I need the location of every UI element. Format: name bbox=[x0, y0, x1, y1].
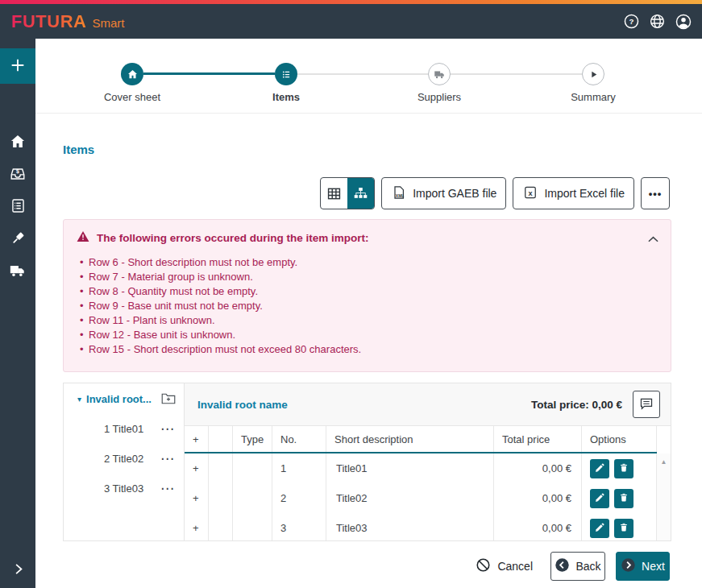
step-label: Cover sheet bbox=[84, 91, 181, 103]
column-header-type: Type bbox=[233, 426, 272, 452]
column-header bbox=[209, 426, 233, 452]
cell-total-price: 0,00 € bbox=[494, 483, 582, 513]
add-row-button[interactable]: + bbox=[185, 483, 209, 513]
sidebar-inbox-dollar-icon[interactable]: $ bbox=[0, 165, 35, 183]
view-toggle bbox=[320, 177, 375, 209]
next-label: Next bbox=[642, 560, 665, 573]
svg-text:?: ? bbox=[629, 17, 634, 26]
import-excel-label: Import Excel file bbox=[544, 187, 625, 200]
sidebar-clipboard-list-icon[interactable] bbox=[0, 197, 35, 214]
comment-button[interactable] bbox=[633, 391, 660, 418]
column-header-options: Options bbox=[582, 426, 657, 452]
cell-total-price: 0,00 € bbox=[494, 453, 582, 483]
error-item: Row 15 - Short description must not exce… bbox=[89, 344, 671, 355]
add-folder-icon[interactable] bbox=[161, 392, 176, 405]
tree-root-row: ▾ Invalid root... bbox=[64, 383, 184, 414]
column-header-short-description: Short description bbox=[326, 426, 494, 452]
trash-icon bbox=[619, 522, 629, 535]
error-item: Row 11 - Plant is unknown. bbox=[89, 315, 671, 326]
trash-icon bbox=[619, 492, 629, 505]
cell-short-description: Title01 bbox=[326, 453, 494, 483]
sidebar-expand-chevron-icon[interactable] bbox=[0, 561, 35, 577]
step-truck-icon bbox=[428, 63, 451, 85]
items-section: ▾ Invalid root... 1 Title01 ⋯ 2 Title02 … bbox=[63, 383, 671, 541]
tree-item-label[interactable]: 2 Title02 bbox=[104, 453, 143, 465]
tree-root-label[interactable]: Invalid root... bbox=[86, 393, 152, 405]
caret-down-icon[interactable]: ▾ bbox=[77, 395, 81, 404]
sidebar-home-icon[interactable] bbox=[0, 133, 35, 151]
tree-view-icon[interactable] bbox=[347, 178, 374, 209]
page-title: Items bbox=[63, 143, 94, 156]
sidebar-gavel-icon[interactable] bbox=[0, 230, 35, 246]
step-play-icon bbox=[582, 63, 604, 85]
items-toolbar: XML Import GAEB file x Import Excel file… bbox=[320, 177, 670, 209]
import-error-panel: The following errors occured during the … bbox=[63, 219, 671, 372]
cell-options bbox=[582, 453, 657, 483]
step-items[interactable]: Items bbox=[238, 63, 334, 103]
step-summary[interactable]: Summary bbox=[545, 63, 642, 103]
ellipsis-icon: ••• bbox=[649, 188, 663, 200]
language-globe-icon[interactable] bbox=[649, 13, 666, 30]
step-label: Suppliers bbox=[391, 91, 488, 103]
step-suppliers[interactable]: Suppliers bbox=[391, 63, 488, 103]
delete-button[interactable] bbox=[614, 519, 633, 538]
tree-item-label[interactable]: 1 Title01 bbox=[104, 423, 143, 435]
table-title-band: Invalid root name Total price: 0,00 € bbox=[185, 383, 671, 426]
cell-total-price: 0,00 € bbox=[494, 513, 582, 541]
grid-view-icon[interactable] bbox=[321, 178, 347, 209]
back-button[interactable]: Back bbox=[550, 552, 605, 581]
cell-no: 1 bbox=[272, 453, 326, 483]
delete-button[interactable] bbox=[614, 459, 633, 478]
help-icon[interactable]: ? bbox=[623, 13, 640, 30]
xml-file-icon: XML bbox=[391, 184, 407, 203]
chevron-up-icon[interactable] bbox=[648, 234, 658, 242]
sidebar-truck-icon[interactable] bbox=[0, 262, 35, 280]
add-row-header-button[interactable]: + bbox=[185, 426, 209, 452]
account-icon[interactable] bbox=[675, 13, 692, 31]
import-gaeb-label: Import GAEB file bbox=[413, 187, 496, 200]
sidebar-add-button[interactable] bbox=[0, 48, 35, 84]
arrow-right-circle-icon bbox=[621, 557, 636, 575]
delete-button[interactable] bbox=[614, 489, 633, 508]
cancel-button[interactable]: Cancel bbox=[476, 557, 533, 575]
error-item: Row 8 - Quantity must not be empty. bbox=[89, 286, 671, 297]
table-header-row: + Type No. Short description Total price… bbox=[185, 426, 657, 453]
item-menu-icon[interactable]: ⋯ bbox=[160, 455, 174, 463]
total-price-label: Total price: 0,00 € bbox=[531, 399, 622, 411]
error-list: Row 6 - Short description must not be em… bbox=[64, 257, 671, 355]
column-header-total-price: Total price bbox=[494, 426, 582, 452]
cancel-label: Cancel bbox=[497, 560, 533, 573]
table-row: + 2 Title02 0,00 € bbox=[185, 483, 657, 513]
error-item: Row 7 - Material group is unknown. bbox=[89, 271, 671, 283]
table-scrollbar[interactable]: ▲ bbox=[657, 453, 671, 540]
cancel-icon bbox=[476, 557, 491, 575]
item-menu-icon[interactable]: ⋯ bbox=[160, 485, 174, 493]
pencil-icon bbox=[595, 462, 605, 475]
import-excel-button[interactable]: x Import Excel file bbox=[513, 177, 634, 209]
more-options-button[interactable]: ••• bbox=[641, 177, 670, 209]
brand: FUTURA Smart bbox=[11, 11, 124, 32]
comment-icon bbox=[639, 396, 654, 413]
cell-options bbox=[582, 483, 657, 513]
add-row-button[interactable]: + bbox=[185, 453, 209, 483]
item-menu-icon[interactable]: ⋯ bbox=[160, 425, 174, 433]
wizard-footer: Cancel Back Next bbox=[476, 552, 670, 581]
table-row: + 3 Title03 0,00 € bbox=[185, 513, 657, 541]
tree-item-label[interactable]: 3 Title03 bbox=[104, 482, 143, 495]
svg-text:XML: XML bbox=[396, 193, 405, 197]
edit-button[interactable] bbox=[590, 519, 609, 538]
trash-icon bbox=[619, 462, 629, 475]
warning-triangle-icon bbox=[77, 230, 89, 246]
brand-suffix: Smart bbox=[92, 16, 124, 30]
edit-button[interactable] bbox=[590, 489, 609, 508]
edit-button[interactable] bbox=[590, 459, 609, 478]
cell-type bbox=[233, 453, 272, 483]
back-label: Back bbox=[575, 560, 600, 573]
import-gaeb-button[interactable]: XML Import GAEB file bbox=[381, 177, 506, 209]
next-button[interactable]: Next bbox=[616, 552, 670, 581]
step-cover-sheet[interactable]: Cover sheet bbox=[84, 63, 181, 103]
sidebar: $ bbox=[0, 39, 35, 588]
scroll-up-icon[interactable]: ▲ bbox=[657, 453, 671, 466]
add-row-button[interactable]: + bbox=[185, 513, 209, 541]
plus-icon bbox=[9, 56, 27, 77]
